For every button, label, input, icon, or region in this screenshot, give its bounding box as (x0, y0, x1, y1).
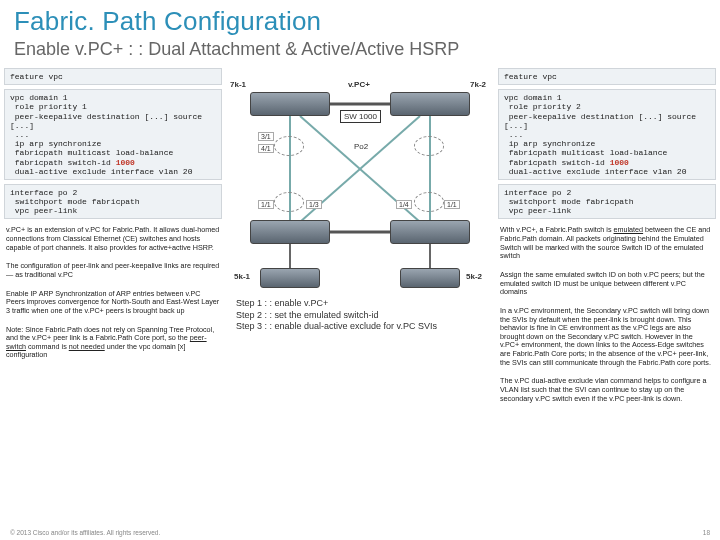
cfg-line: interface po 2 (504, 188, 571, 197)
footer: © 2013 Cisco and/or its affiliates. All … (10, 529, 710, 536)
cfg-line: role priority 2 (504, 102, 581, 111)
left-cfg-interface: interface po 2 switchport mode fabricpat… (4, 184, 222, 220)
cfg-line: vpc peer-link (10, 206, 77, 215)
cfg-line: peer-keepalive destination [...] source … (10, 112, 207, 130)
subtitle: Enable v.PC+ : : Dual Attachment & Activ… (14, 39, 706, 60)
right-note-4: The v.PC dual-active exclude vlan comman… (498, 374, 716, 406)
switch-id-hl: 1000 (116, 158, 135, 167)
port-label: 3/1 (258, 132, 274, 141)
port-label: 4/1 (258, 144, 274, 153)
label-vpcplus: v.PC+ (348, 80, 370, 89)
left-note-2: The configuration of peer-link and peer-… (4, 259, 222, 282)
txt: With v.PC+, a Fabric.Path switch is (500, 225, 614, 234)
left-note-3: Enable IP ARP Synchronization of ARP ent… (4, 287, 222, 319)
right-note-2: Assign the same emulated switch ID on bo… (498, 268, 716, 300)
port-label: 1/1 (258, 200, 274, 209)
switch-5k1-icon (260, 268, 320, 288)
cfg-line: dual-active exclude interface vlan 20 (504, 167, 686, 176)
cfg-line: vpc peer-link (504, 206, 571, 215)
right-note-1: With v.PC+, a Fabric.Path switch is emul… (498, 223, 716, 264)
cfg-line: peer-keepalive destination [...] source … (504, 112, 701, 130)
txt-ul: not needed (69, 342, 105, 351)
step-3: Step 3 : : enable dual-active exclude fo… (236, 321, 437, 333)
right-cfg-domain: vpc domain 1 role priority 2 peer-keepal… (498, 89, 716, 180)
left-note-1: v.PC+ is an extension of v.PC for Fabric… (4, 223, 222, 255)
left-note-4: Note: Since Fabric.Path does not rely on… (4, 323, 222, 364)
step-1: Step 1 : : enable v.PC+ (236, 298, 437, 310)
switch-5k2-icon (400, 268, 460, 288)
cfg-line: role priority 1 (10, 102, 87, 111)
cfg-line: fabricpath multicast load-balance (10, 148, 173, 157)
po-ring-icon (414, 136, 444, 156)
steps-list: Step 1 : : enable v.PC+ Step 2 : : set t… (226, 298, 437, 333)
left-cfg-domain: vpc domain 1 role priority 1 peer-keepal… (4, 89, 222, 180)
label-7k2: 7k-2 (470, 80, 486, 89)
cfg-line: interface po 2 (10, 188, 77, 197)
txt-ul: emulated (614, 225, 644, 234)
center-column: 7k-1 7k-2 v.PC+ SW 1000 3/1 4/1 Po2 1/1 … (226, 68, 494, 406)
left-column: feature vpc vpc domain 1 role priority 1… (4, 68, 222, 406)
right-cfg-feature: feature vpc (498, 68, 716, 85)
cfg-line: ip arp synchronize (504, 139, 595, 148)
cfg-line: switchport mode fabricpath (10, 197, 140, 206)
page-number: 18 (703, 529, 710, 536)
cfg-line: ip arp synchronize (10, 139, 101, 148)
port-label: 1/4 (396, 200, 412, 209)
right-column: feature vpc vpc domain 1 role priority 2… (498, 68, 716, 406)
right-note-3: In a v.PC environment, the Secondary v.P… (498, 304, 716, 370)
switch-5k1-mid-icon (250, 220, 330, 244)
title: Fabric. Path Configuration (14, 6, 706, 37)
cfg-line: ... (504, 130, 523, 139)
cfg-line: fabricpath switch-id (504, 158, 610, 167)
po-ring-icon (414, 192, 444, 212)
txt: command is (26, 342, 69, 351)
cfg-line: vpc domain 1 (504, 93, 562, 102)
label-5k1: 5k-1 (234, 272, 250, 281)
switch-5k2-mid-icon (390, 220, 470, 244)
switch-7k1-icon (250, 92, 330, 116)
topology-diagram: 7k-1 7k-2 v.PC+ SW 1000 3/1 4/1 Po2 1/1 … (230, 72, 490, 292)
po-ring-icon (274, 192, 304, 212)
copyright-text: © 2013 Cisco and/or its affiliates. All … (10, 529, 160, 536)
label-7k1: 7k-1 (230, 80, 246, 89)
cfg-line: fabricpath switch-id (10, 158, 116, 167)
cfg-line: ... (10, 130, 29, 139)
label-5k2: 5k-2 (466, 272, 482, 281)
right-cfg-interface: interface po 2 switchport mode fabricpat… (498, 184, 716, 220)
left-cfg-feature: feature vpc (4, 68, 222, 85)
label-sw1000: SW 1000 (340, 110, 381, 123)
label-po2: Po2 (354, 142, 368, 151)
content-row: feature vpc vpc domain 1 role priority 1… (0, 68, 720, 406)
txt: Note: Since Fabric.Path does not rely on… (6, 325, 214, 343)
cfg-line: fabricpath multicast load-balance (504, 148, 667, 157)
cfg-line: dual-active exclude interface vlan 20 (10, 167, 192, 176)
port-label: 1/1 (444, 200, 460, 209)
port-label: 1/3 (306, 200, 322, 209)
po-ring-icon (274, 136, 304, 156)
step-2: Step 2 : : set the emulated switch-id (236, 310, 437, 322)
switch-7k2-icon (390, 92, 470, 116)
switch-id-hl: 1000 (610, 158, 629, 167)
cfg-line: vpc domain 1 (10, 93, 68, 102)
slide-header: Fabric. Path Configuration Enable v.PC+ … (0, 0, 720, 68)
cfg-line: switchport mode fabricpath (504, 197, 634, 206)
